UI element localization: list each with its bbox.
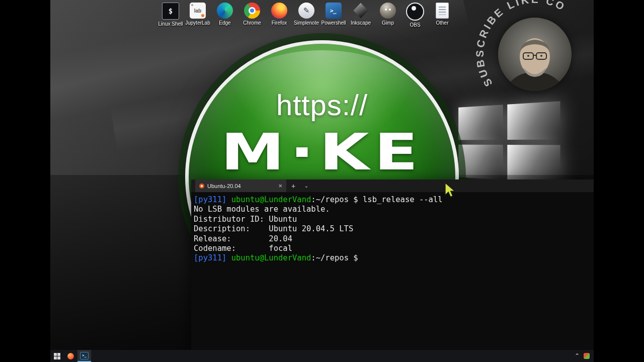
powershell-icon: >_ — [326, 3, 342, 19]
desktop-icon-jupyterlab[interactable]: labJupyterLab — [184, 3, 211, 28]
browser-icon — [67, 353, 74, 359]
other-icon — [436, 3, 449, 19]
logo-wordmark: M·KE — [149, 123, 496, 181]
desktop-icon-label: JupyterLab — [185, 20, 210, 26]
linux-shell-icon: $ — [162, 3, 179, 20]
taskbar-app-browser[interactable] — [64, 350, 77, 362]
terminal-line: Distributor ID: Ubuntu — [194, 215, 592, 224]
screen: https:// M·KE $Linux ShelllabJupyterLabE… — [0, 0, 644, 362]
start-button[interactable] — [50, 350, 64, 362]
webcam-overlay — [498, 18, 572, 91]
taskbar-app-terminal[interactable]: >_ — [77, 350, 91, 362]
windows-logo-icon — [54, 353, 60, 359]
system-tray: ⌃ — [573, 352, 594, 359]
terminal-tab-ubuntu[interactable]: Ubuntu-20.04 × — [195, 179, 286, 192]
new-tab-button[interactable]: + — [286, 179, 300, 192]
inkscape-icon — [353, 3, 369, 19]
jupyterlab-icon: lab — [190, 3, 206, 19]
terminal-line: No LSB modules are available. — [194, 205, 592, 214]
terminal-icon: >_ — [80, 352, 89, 359]
desktop-icon-label: Chrome — [243, 20, 261, 26]
tray-app-icon[interactable] — [584, 353, 590, 359]
letterbox-left — [0, 0, 50, 362]
tab-close-icon[interactable]: × — [278, 183, 282, 189]
gimp-icon — [380, 3, 396, 19]
desktop-icon-linux-shell[interactable]: $Linux Shell — [157, 3, 184, 28]
letterbox-right — [594, 0, 644, 362]
desktop-icon-row: $Linux ShelllabJupyterLabEdgeChromeFiref… — [157, 3, 456, 28]
firefox-icon — [271, 3, 287, 19]
desktop-icon-simplenote[interactable]: ✎Simplenote — [293, 3, 320, 28]
terminal-line: Description: Ubuntu 20.04.5 LTS — [194, 224, 592, 234]
terminal-line: [py311] ubuntu@LunderVand:~/repos $ — [194, 253, 592, 263]
desktop-icon-label: Powershell — [321, 20, 346, 26]
logo-https-text: https:// — [189, 88, 455, 122]
terminal-tab-title: Ubuntu-20.04 — [207, 183, 275, 189]
desktop-icon-label: Firefox — [272, 20, 287, 26]
desktop-icon-label: Other — [436, 20, 448, 26]
ubuntu-tab-icon — [199, 184, 204, 189]
terminal-tab-bar: Ubuntu-20.04 × + ⌄ — [191, 179, 594, 192]
desktop-icon-label: Gimp — [382, 20, 394, 26]
terminal-output[interactable]: [py311] ubuntu@LunderVand:~/repos $ lsb_… — [191, 192, 594, 263]
desktop-icon-edge[interactable]: Edge — [211, 3, 238, 28]
obs-icon — [406, 3, 424, 21]
desktop-icon-label: Edge — [219, 20, 230, 26]
webcam-video — [498, 18, 572, 91]
terminal-line: [py311] ubuntu@LunderVand:~/repos $ lsb_… — [194, 195, 592, 205]
chrome-icon — [244, 3, 260, 19]
taskbar: >_ ⌃ — [50, 350, 594, 362]
tray-chevron-icon[interactable]: ⌃ — [573, 352, 582, 359]
desktop: https:// M·KE $Linux ShelllabJupyterLabE… — [50, 0, 594, 362]
edge-icon — [217, 3, 233, 19]
desktop-icon-label: Linux Shell — [158, 21, 183, 27]
desktop-icon-gimp[interactable]: Gimp — [374, 3, 401, 28]
desktop-icon-label: Inkscape — [351, 20, 371, 26]
desktop-icon-label: OBS — [410, 22, 420, 28]
desktop-icon-label: Simplenote — [294, 20, 319, 26]
desktop-icon-obs[interactable]: OBS — [401, 3, 429, 28]
desktop-icon-inkscape[interactable]: Inkscape — [347, 3, 374, 28]
desktop-icon-powershell[interactable]: >_Powershell — [320, 3, 347, 28]
terminal-line: Codename: focal — [194, 244, 592, 253]
desktop-icon-firefox[interactable]: Firefox — [266, 3, 293, 28]
desktop-icon-chrome[interactable]: Chrome — [238, 3, 266, 28]
simplenote-icon: ✎ — [298, 3, 314, 19]
tab-dropdown-chevron-icon[interactable]: ⌄ — [300, 179, 312, 192]
terminal-window: Ubuntu-20.04 × + ⌄ [py311] ubuntu@Lunder… — [191, 179, 594, 350]
desktop-icon-other[interactable]: Other — [429, 3, 456, 28]
terminal-line: Release: 20.04 — [194, 234, 592, 244]
